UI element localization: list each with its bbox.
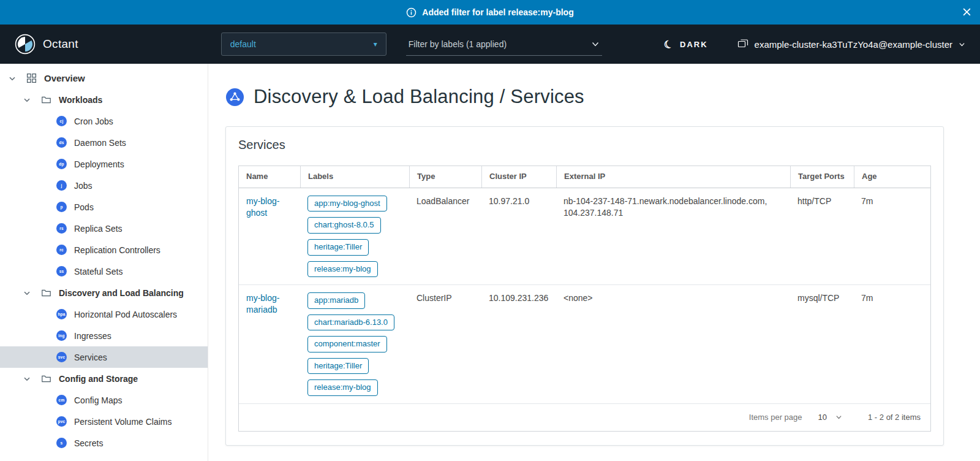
main-content: Discovery & Load Balancing / Services Se… [208, 64, 980, 461]
cell-cluster-ip: 10.97.21.0 [481, 188, 556, 284]
sidebar-section-discovery[interactable]: Discovery and Load Balancing [0, 282, 208, 303]
namespace-value: default [230, 39, 256, 49]
label-badge[interactable]: chart:ghost-8.0.5 [307, 217, 381, 234]
sidebar-item-horizontal-pod-autoscalers[interactable]: hpa Horizontal Pod Autoscalers [0, 303, 208, 325]
alert-message: Added filter for label release:my-blog [422, 7, 573, 17]
ingress-icon: ing [56, 330, 67, 341]
sidebar-item-jobs[interactable]: j Jobs [0, 175, 208, 196]
sidebar-section-label: Workloads [59, 95, 102, 105]
cell-type: ClusterIP [409, 285, 481, 403]
cell-cluster-ip: 10.109.231.236 [481, 285, 556, 403]
sidebar-item-label: Daemon Sets [74, 138, 126, 148]
theme-toggle-label: DARK [680, 40, 708, 49]
service-icon: svc [56, 352, 67, 362]
label-badge[interactable]: app:mariadb [307, 292, 365, 309]
column-header-type: Type [409, 166, 481, 188]
items-per-page-value: 10 [818, 413, 827, 422]
label-badge[interactable]: release:my-blog [307, 261, 378, 278]
chevron-down-icon[interactable] [22, 374, 32, 384]
cell-labels: app:mariadb chart:mariadb-6.13.0 compone… [300, 285, 409, 403]
chevron-down-icon: ▾ [374, 40, 377, 48]
folder-icon [40, 288, 51, 299]
cell-target-ports: http/TCP [790, 188, 854, 284]
sidebar-item-stateful-sets[interactable]: ss Stateful Sets [0, 261, 208, 282]
chevron-down-icon[interactable] [7, 74, 17, 83]
folder-icon [40, 94, 51, 105]
cell-age: 7m [854, 285, 930, 403]
replicationcontroller-icon: rc [56, 245, 67, 255]
sidebar-item-persistent-volume-claims[interactable]: pvc Persistent Volume Claims [0, 411, 208, 432]
sidebar: Overview Workloads cj Cron Jobs ds Daemo… [0, 64, 208, 461]
column-header-cluster-ip: Cluster IP [481, 166, 556, 188]
sidebar-section-config-storage[interactable]: Config and Storage [0, 368, 208, 389]
header-right: ☾ DARK example-cluster-ka3TuTzYo4a@examp… [664, 39, 965, 50]
column-header-age: Age [854, 166, 930, 188]
cell-external-ip: <none> [556, 285, 790, 403]
deployment-icon: dp [56, 159, 67, 169]
namespace-select[interactable]: default ▾ [221, 32, 386, 56]
sidebar-item-label: Cron Jobs [74, 116, 113, 126]
chevron-down-icon[interactable] [22, 288, 32, 298]
sidebar-item-secrets[interactable]: s Secrets [0, 432, 208, 454]
items-per-page-label: Items per page [749, 413, 802, 422]
sidebar-item-cron-jobs[interactable]: cj Cron Jobs [0, 110, 208, 132]
cell-name: my-blog-mariadb [239, 285, 300, 403]
sidebar-item-label: Secrets [74, 438, 103, 448]
label-badge[interactable]: app:my-blog-ghost [307, 196, 387, 212]
column-header-external-ip: External IP [556, 166, 790, 188]
cell-external-ip: nb-104-237-148-71.newark.nodebalancer.li… [556, 188, 790, 284]
sidebar-item-label: Overview [44, 73, 85, 83]
sidebar-item-label: Config Maps [74, 395, 123, 405]
secret-icon: s [56, 438, 67, 448]
cluster-icon [737, 39, 748, 50]
sidebar-item-label: Jobs [74, 181, 92, 191]
services-icon [225, 88, 244, 107]
pagination-range: 1 - 2 of 2 items [868, 413, 921, 422]
sidebar-item-ingresses[interactable]: ing Ingresses [0, 325, 208, 346]
service-name-link[interactable]: my-blog-mariadb [246, 293, 279, 314]
sidebar-item-services[interactable]: svc Services [0, 346, 208, 368]
sidebar-item-config-maps[interactable]: cm Config Maps [0, 389, 208, 411]
label-badge[interactable]: release:my-blog [307, 379, 378, 396]
label-badge[interactable]: heritage:Tiller [307, 358, 369, 375]
chevron-down-icon [591, 40, 600, 48]
sidebar-item-daemon-sets[interactable]: ds Daemon Sets [0, 132, 208, 153]
close-icon[interactable] [962, 7, 971, 17]
job-icon: j [56, 180, 67, 191]
sidebar-item-label: Horizontal Pod Autoscalers [74, 310, 177, 319]
sidebar-item-pods[interactable]: p Pods [0, 196, 208, 218]
table-header-row: Name Labels Type Cluster IP External IP … [239, 166, 930, 188]
sidebar-item-deployments[interactable]: dp Deployments [0, 153, 208, 175]
service-name-link[interactable]: my-blog-ghost [246, 196, 279, 218]
chevron-down-icon[interactable] [22, 95, 32, 105]
cell-age: 7m [854, 188, 930, 284]
label-badge[interactable]: heritage:Tiller [307, 239, 369, 256]
sidebar-item-replica-sets[interactable]: rs Replica Sets [0, 218, 208, 239]
configmap-icon: cm [56, 395, 67, 405]
moon-icon: ☾ [663, 37, 676, 50]
column-header-name: Name [239, 166, 300, 188]
table-footer: Items per page 10 1 - 2 of 2 items [239, 404, 930, 431]
cluster-context-selector[interactable]: example-cluster-ka3TuTzYo4a@example-clus… [737, 39, 965, 50]
content-row: Overview Workloads cj Cron Jobs ds Daemo… [0, 64, 980, 461]
pod-icon: p [56, 202, 67, 212]
sidebar-section-label: Discovery and Load Balancing [59, 288, 184, 298]
theme-toggle-button[interactable]: ☾ DARK [664, 39, 708, 50]
cell-target-ports: mysql/TCP [790, 285, 854, 403]
info-icon [406, 7, 417, 18]
label-badge[interactable]: chart:mariadb-6.13.0 [307, 314, 394, 331]
sidebar-section-workloads[interactable]: Workloads [0, 89, 208, 110]
sidebar-item-label: Replication Controllers [74, 245, 160, 255]
sidebar-item-overview[interactable]: Overview [0, 67, 208, 89]
items-per-page-select[interactable]: 10 [818, 413, 842, 422]
sidebar-item-label: Ingresses [74, 331, 111, 341]
card-title: Services [238, 138, 931, 152]
label-badge[interactable]: component:master [307, 336, 387, 352]
table-row: my-blog-ghost app:my-blog-ghost chart:gh… [239, 188, 930, 285]
sidebar-item-label: Replica Sets [74, 224, 123, 234]
pvc-icon: pvc [56, 416, 67, 427]
app-header: Octant default ▾ Filter by labels (1 app… [0, 25, 980, 64]
folder-icon [40, 373, 51, 384]
sidebar-item-replication-controllers[interactable]: rc Replication Controllers [0, 239, 208, 261]
label-filter-select[interactable]: Filter by labels (1 applied) [406, 32, 602, 56]
